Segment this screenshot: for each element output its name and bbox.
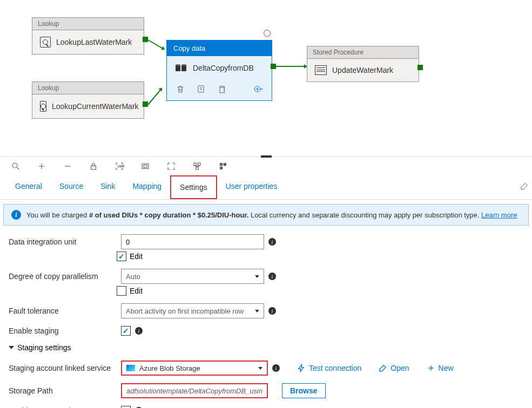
svg-rect-0 xyxy=(198,86,204,92)
node-lookup-last-watermark[interactable]: Lookup LookupLastWaterMark xyxy=(32,17,144,55)
zoom-out-icon[interactable] xyxy=(63,161,72,171)
bolt-icon xyxy=(297,364,306,372)
svg-rect-4 xyxy=(91,166,96,169)
node-title: DeltaCopyfromDB xyxy=(193,64,254,72)
svg-rect-13 xyxy=(220,167,223,169)
parallelism-edit-checkbox[interactable] xyxy=(117,286,126,296)
blob-storage-icon xyxy=(126,365,135,371)
zoom-reset-icon[interactable]: 100% xyxy=(115,161,124,171)
enable-staging-label: Enable staging xyxy=(9,327,117,335)
settings-panel: Data integration unit i Edit Degree of c… xyxy=(0,232,532,408)
browse-button[interactable]: Browse xyxy=(282,383,326,398)
add-activity-icon[interactable] xyxy=(253,84,263,94)
chevron-down-icon xyxy=(255,275,259,278)
diu-edit-checkbox[interactable] xyxy=(117,251,126,261)
svg-rect-10 xyxy=(196,167,199,170)
tab-settings[interactable]: Settings xyxy=(170,175,217,199)
svg-rect-9 xyxy=(198,163,201,166)
connector xyxy=(148,39,163,49)
help-icon[interactable]: i xyxy=(268,238,276,246)
svg-rect-1 xyxy=(220,87,224,93)
tab-sink[interactable]: Sink xyxy=(92,175,124,199)
canvas-toolbar: 100% xyxy=(0,157,532,175)
storage-path-input[interactable] xyxy=(121,383,268,398)
edit-label: Edit xyxy=(130,252,143,261)
output-port[interactable] xyxy=(143,37,148,42)
help-icon[interactable]: i xyxy=(268,273,276,280)
edit-icon[interactable] xyxy=(520,182,529,191)
new-button[interactable]: New xyxy=(427,364,454,372)
pencil-icon xyxy=(379,364,387,372)
resize-handle[interactable] xyxy=(261,155,272,158)
output-port[interactable] xyxy=(417,65,423,70)
edit-label: Edit xyxy=(130,287,143,295)
linked-service-select[interactable]: Azure Blob Storage xyxy=(121,361,268,376)
staging-settings-toggle[interactable]: Staging settings xyxy=(9,343,523,352)
svg-rect-12 xyxy=(224,163,226,166)
lock-icon[interactable] xyxy=(89,161,98,171)
collapse-triangle-icon xyxy=(9,346,14,349)
delete-icon[interactable] xyxy=(176,84,185,94)
tab-source[interactable]: Source xyxy=(51,175,92,199)
parallelism-label: Degree of copy parallelism xyxy=(9,272,117,281)
layout-icon[interactable] xyxy=(218,161,228,171)
zoom-in-icon[interactable] xyxy=(37,161,46,171)
stored-procedure-icon xyxy=(315,65,327,75)
linked-service-label: Staging account linked service xyxy=(9,363,117,373)
node-copy-data[interactable]: Copy data DeltaCopyfromDB xyxy=(166,40,272,101)
info-icon: i xyxy=(11,210,21,220)
enable-staging-checkbox[interactable] xyxy=(121,326,131,336)
connector xyxy=(147,90,160,105)
search-icon[interactable] xyxy=(11,161,21,171)
tab-user-properties[interactable]: User properties xyxy=(217,175,286,199)
node-stored-procedure[interactable]: Stored Procedure UpdateWaterMark xyxy=(307,46,419,82)
enable-compression-checkbox[interactable] xyxy=(121,406,131,408)
property-tabs: General Source Sink Mapping Settings Use… xyxy=(0,175,532,200)
tab-mapping[interactable]: Mapping xyxy=(124,175,170,199)
pipeline-canvas[interactable]: Lookup LookupLastWaterMark Lookup Lookup… xyxy=(0,0,532,157)
fault-tolerance-select[interactable]: Abort activity on first incompatible row xyxy=(121,303,264,318)
help-icon[interactable]: i xyxy=(135,327,143,335)
svg-rect-8 xyxy=(194,163,197,166)
diu-input[interactable] xyxy=(121,234,264,249)
chevron-down-icon xyxy=(258,367,262,370)
node-title: LookupCurrentWaterMark xyxy=(52,102,139,111)
svg-rect-7 xyxy=(144,165,147,168)
node-header: Stored Procedure xyxy=(307,46,419,59)
auto-align-icon[interactable] xyxy=(192,161,202,171)
view-icon[interactable] xyxy=(196,84,206,94)
lookup-icon xyxy=(40,37,51,47)
node-lookup-current-watermark[interactable]: Lookup LookupCurrentWaterMark xyxy=(32,81,144,119)
fit-screen-icon[interactable] xyxy=(140,161,150,171)
diu-label: Data integration unit xyxy=(9,237,117,246)
parallelism-select[interactable]: Auto xyxy=(121,269,264,284)
learn-more-link[interactable]: Learn more xyxy=(481,211,517,219)
open-button[interactable]: Open xyxy=(379,364,409,372)
tab-general[interactable]: General xyxy=(6,175,51,199)
node-header: Copy data xyxy=(167,40,272,56)
fullscreen-icon[interactable] xyxy=(166,161,176,171)
plus-icon xyxy=(427,364,435,372)
node-title: UpdateWaterMark xyxy=(332,66,393,74)
help-icon[interactable]: i xyxy=(272,364,280,372)
copy-icon[interactable] xyxy=(217,84,226,94)
chevron-down-icon xyxy=(255,310,259,312)
storage-path-label: Storage Path xyxy=(9,386,117,395)
database-icon xyxy=(176,65,186,71)
validation-error-icon xyxy=(264,30,271,37)
svg-text:100%: 100% xyxy=(117,165,124,168)
node-header: Lookup xyxy=(32,18,144,30)
svg-point-3 xyxy=(12,163,17,168)
help-icon[interactable]: i xyxy=(268,307,276,315)
svg-rect-11 xyxy=(220,163,223,166)
connector xyxy=(276,66,304,67)
output-port[interactable] xyxy=(271,64,276,69)
node-title: LookupLastWaterMark xyxy=(56,38,132,46)
fault-tolerance-label: Fault tolerance xyxy=(9,307,117,315)
pricing-info-banner: i You will be charged # of used DIUs * c… xyxy=(3,204,529,226)
banner-text: You will be charged # of used DIUs * cop… xyxy=(26,211,517,219)
svg-rect-6 xyxy=(142,164,149,169)
lookup-icon xyxy=(40,101,46,112)
test-connection-button[interactable]: Test connection xyxy=(297,364,361,372)
node-header: Lookup xyxy=(32,82,144,94)
